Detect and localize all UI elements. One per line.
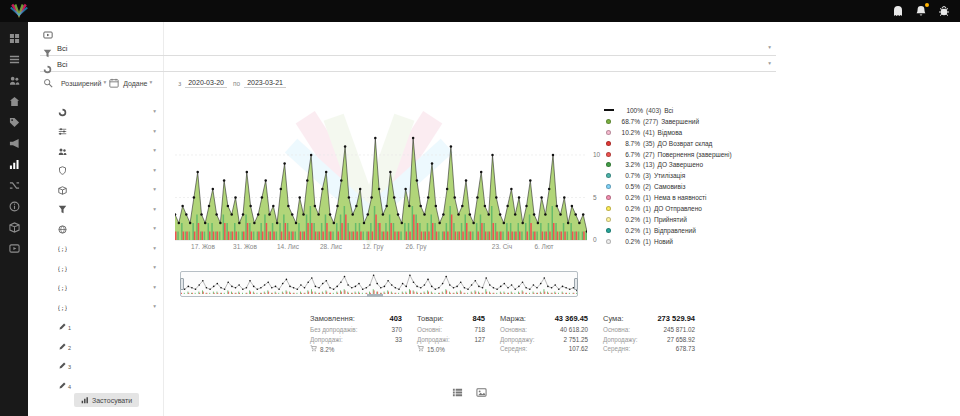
legend-count: (13) xyxy=(643,161,655,168)
y-tick-label: 0 xyxy=(593,236,597,243)
ghost-icon[interactable] xyxy=(892,5,904,17)
stat-title: Маржа: xyxy=(500,314,526,323)
custom-filter-row-4[interactable]: 4 xyxy=(28,375,163,395)
legend-item[interactable]: 100%(403)Всі xyxy=(604,105,779,116)
sidebar-item-help[interactable] xyxy=(0,196,28,217)
filter-row-7[interactable]: ▾ xyxy=(28,219,163,239)
legend-dot xyxy=(606,162,611,167)
filter-row-2[interactable]: ▾ xyxy=(28,122,163,142)
stat-title: Замовлення: xyxy=(310,314,355,323)
legend-item[interactable]: 10.2%(41)Відмова xyxy=(604,127,779,138)
legend-percent: 0.7% xyxy=(616,172,640,179)
mode-select[interactable]: Розширений ▾ xyxy=(61,80,106,87)
view-toggles xyxy=(452,384,487,395)
app-logo-icon[interactable] xyxy=(10,3,28,19)
sidebar-item-integrations[interactable] xyxy=(0,175,28,196)
filter-select-1[interactable]: Всі ▾ xyxy=(40,41,776,56)
y-tick-label: 10 xyxy=(593,151,600,158)
date-field-select[interactable]: Додане ▾ xyxy=(123,80,152,87)
brush-handle-right[interactable] xyxy=(574,278,578,290)
filter-row-3[interactable]: ▾ xyxy=(28,141,163,161)
filter-row-4[interactable]: ▾ xyxy=(28,161,163,181)
custom-filter-number: 4 xyxy=(68,384,71,390)
sidebar-item-dashboard[interactable] xyxy=(0,28,28,49)
cart-icon xyxy=(310,345,317,353)
date-from-input[interactable]: 2020-03-20 xyxy=(185,78,227,88)
analytics-panel: 0510 17. Жов31. Жов14. Лис28. Лис12. Гру… xyxy=(164,100,960,416)
legend-item[interactable]: 0.2%(1)Відправлений xyxy=(604,225,779,236)
legend-percent: 8.7% xyxy=(616,140,640,147)
chevron-down-icon: ▾ xyxy=(153,265,156,271)
legend-item[interactable]: 3.2%(13)ДО Завершено xyxy=(604,159,779,170)
sidebar-item-warehouse[interactable] xyxy=(0,217,28,238)
stat-header: Товари:845 xyxy=(417,314,485,323)
legend-count: (1) xyxy=(643,227,651,234)
legend-dot xyxy=(606,141,611,146)
stat-sublabel: Допродажу: xyxy=(500,336,534,343)
calendar-icon xyxy=(109,78,119,88)
chevron-down-icon: ▾ xyxy=(153,246,156,252)
summary-stats: Замовлення:403Без допродажів:370Допродаж… xyxy=(310,314,695,353)
stat-subrow: Допродажі:33 xyxy=(310,336,402,343)
chevron-down-icon: ▾ xyxy=(149,80,152,86)
custom-filter-number: 3 xyxy=(68,364,71,370)
sidebar-item-shop[interactable] xyxy=(0,91,28,112)
sliders-icon xyxy=(58,122,67,140)
braces-icon: {;} xyxy=(58,239,67,257)
svg-text:{;}: {;} xyxy=(58,304,67,311)
x-tick-label: 12. Гру xyxy=(356,243,390,250)
users-icon xyxy=(58,142,67,160)
legend-label: Нема в наявності xyxy=(654,194,707,201)
filter-row-9[interactable]: {;}▾ xyxy=(28,258,163,278)
legend-item[interactable]: 68.7%(277)Завершений xyxy=(604,116,779,127)
legend-item[interactable]: 6.7%(27)Повернення (завершені) xyxy=(604,149,779,160)
stat-subvalue: 127 xyxy=(474,336,485,343)
custom-filter-row-2[interactable]: 2 xyxy=(28,336,163,356)
filter-row-1[interactable]: ▾ xyxy=(28,102,163,122)
apply-filters-button[interactable]: Застосувати xyxy=(74,393,139,407)
legend-item[interactable]: 0.2%(1)ДО Отправлено xyxy=(604,203,779,214)
sidebar-item-clients[interactable] xyxy=(0,70,28,91)
stat-subrow: Допродажі:127 xyxy=(417,336,485,343)
filter-row-8[interactable]: {;}▾ xyxy=(28,239,163,259)
bug-report-icon[interactable] xyxy=(938,5,950,17)
legend-item[interactable]: 0.2%(1)Новий xyxy=(604,236,779,247)
legend-count: (403) xyxy=(646,107,661,114)
sidebar-item-tutorials[interactable] xyxy=(0,238,28,259)
date-to-input[interactable]: 2023-03-21 xyxy=(244,78,286,88)
upsell-percent: 8.2% xyxy=(320,346,334,353)
legend-count: (277) xyxy=(643,118,658,125)
table-view-icon[interactable] xyxy=(452,384,463,395)
donut-icon xyxy=(43,60,52,69)
filter-row-6[interactable]: ▾ xyxy=(28,200,163,220)
stat-subvalue: 2 751.25 xyxy=(563,336,588,343)
custom-filter-row-1[interactable]: 1 xyxy=(28,317,163,337)
legend-item[interactable]: 0.5%(2)Самовивіз xyxy=(604,181,779,192)
funnel-icon xyxy=(58,200,67,218)
chevron-down-icon: ▾ xyxy=(153,304,156,310)
filter-row-11[interactable]: {;}▾ xyxy=(28,297,163,317)
x-tick-label: 14. Лис xyxy=(271,243,305,250)
filter-select-2[interactable]: Всі ▾ xyxy=(40,57,776,72)
filter-row-10[interactable]: {;}▾ xyxy=(28,278,163,298)
notifications-bell-icon[interactable] xyxy=(915,5,927,17)
legend-item[interactable]: 0.7%(3)Утилізація xyxy=(604,170,779,181)
brush-handle-left[interactable] xyxy=(180,278,184,290)
orders-daily-chart[interactable] xyxy=(175,100,587,252)
search-icon[interactable] xyxy=(43,78,53,88)
chart-brush[interactable] xyxy=(180,271,578,297)
sidebar-item-products[interactable] xyxy=(0,112,28,133)
legend-item[interactable]: 0.2%(1)Прийнятий xyxy=(604,214,779,225)
legend-label: Завершений xyxy=(661,118,699,125)
sidebar-item-analytics[interactable] xyxy=(0,154,28,175)
video-tutorial-icon[interactable] xyxy=(42,26,54,36)
legend-item[interactable]: 8.7%(35)ДО Возврат склад xyxy=(604,138,779,149)
custom-filter-row-3[interactable]: 3 xyxy=(28,356,163,376)
image-export-icon[interactable] xyxy=(476,384,487,395)
legend-item[interactable]: 0.2%(1)Нема в наявності xyxy=(604,192,779,203)
sidebar-item-marketing[interactable] xyxy=(0,133,28,154)
brush-scroll-thumb[interactable] xyxy=(367,294,383,297)
stat-title: Сума: xyxy=(603,314,624,323)
sidebar-item-orders[interactable] xyxy=(0,49,28,70)
filter-row-5[interactable]: ▾ xyxy=(28,180,163,200)
